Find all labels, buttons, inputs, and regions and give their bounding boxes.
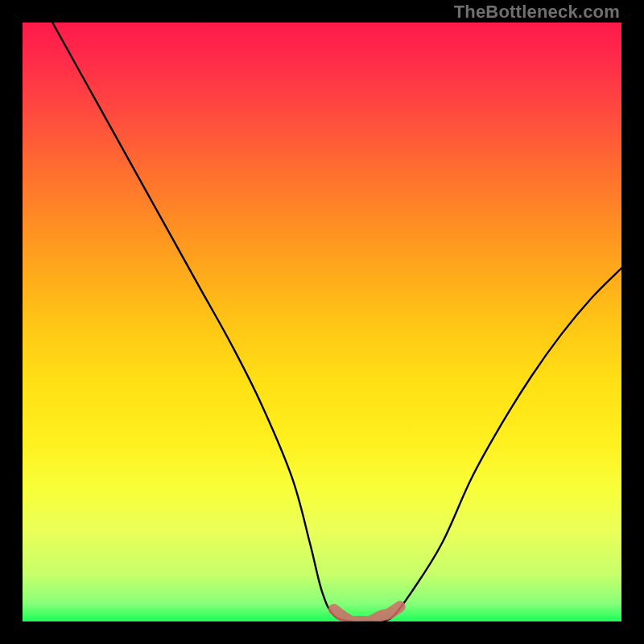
curve-layer <box>23 23 621 621</box>
optimal-zone-curve <box>334 606 400 621</box>
watermark-text: TheBottleneck.com <box>454 2 620 23</box>
bottleneck-curve <box>52 23 621 621</box>
chart-container: TheBottleneck.com <box>0 0 644 644</box>
plot-area <box>23 23 621 621</box>
